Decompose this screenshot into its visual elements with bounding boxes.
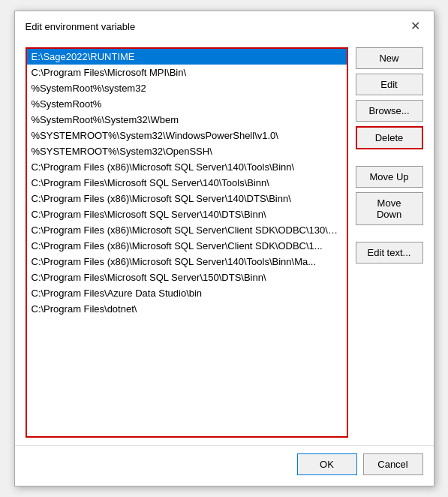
delete-button[interactable]: Delete bbox=[356, 126, 423, 149]
list-item[interactable]: C:\Program Files\Microsoft SQL Server\15… bbox=[27, 270, 347, 285]
close-button[interactable]: ✕ bbox=[407, 19, 423, 34]
list-item[interactable]: C:\Program Files\Microsoft SQL Server\14… bbox=[27, 206, 347, 222]
browse-button[interactable]: Browse... bbox=[356, 100, 423, 122]
env-variable-list[interactable]: E:\Sage2022\RUNTIMEC:\Program Files\Micr… bbox=[26, 47, 348, 438]
list-item[interactable]: C:\Program Files\Microsoft MPI\Bin\ bbox=[27, 65, 347, 80]
list-item[interactable]: %SystemRoot% bbox=[27, 96, 347, 112]
move-up-button[interactable]: Move Up bbox=[356, 166, 423, 188]
new-button[interactable]: New bbox=[356, 47, 423, 69]
list-item[interactable]: C:\Program Files (x86)\Microsoft SQL Ser… bbox=[27, 238, 347, 254]
list-item[interactable]: C:\Program Files (x86)\Microsoft SQL Ser… bbox=[27, 222, 347, 238]
list-item[interactable]: %SYSTEMROOT%\System32\WindowsPowerShell\… bbox=[27, 128, 347, 143]
spacer2 bbox=[356, 230, 423, 237]
edit-env-variable-dialog: Edit environment variable ✕ E:\Sage2022\… bbox=[14, 11, 434, 486]
list-item[interactable]: C:\Program Files\dotnet\ bbox=[27, 301, 347, 317]
list-item[interactable]: C:\Program Files (x86)\Microsoft SQL Ser… bbox=[27, 191, 347, 206]
cancel-button[interactable]: Cancel bbox=[363, 453, 423, 475]
title-bar: Edit environment variable ✕ bbox=[15, 11, 434, 40]
list-item[interactable]: %SYSTEMROOT%\System32\OpenSSH\ bbox=[27, 143, 347, 159]
list-item[interactable]: C:\Program Files\Microsoft SQL Server\14… bbox=[27, 175, 347, 191]
list-item[interactable]: C:\Program Files (x86)\Microsoft SQL Ser… bbox=[27, 254, 347, 270]
list-item[interactable]: E:\Sage2022\RUNTIME bbox=[27, 49, 347, 65]
ok-button[interactable]: OK bbox=[297, 453, 357, 475]
footer: OK Cancel bbox=[15, 445, 434, 486]
edit-text-button[interactable]: Edit text... bbox=[356, 242, 423, 264]
list-item[interactable]: C:\Program Files\Azure Data Studio\bin bbox=[27, 285, 347, 301]
buttons-panel: New Edit Browse... Delete Move Up Move D… bbox=[356, 47, 423, 438]
content-area: E:\Sage2022\RUNTIMEC:\Program Files\Micr… bbox=[15, 40, 434, 445]
spacer bbox=[356, 154, 423, 161]
list-item[interactable]: %SystemRoot%\System32\Wbem bbox=[27, 112, 347, 128]
edit-button[interactable]: Edit bbox=[356, 74, 423, 95]
list-item[interactable]: C:\Program Files (x86)\Microsoft SQL Ser… bbox=[27, 159, 347, 175]
move-down-button[interactable]: Move Down bbox=[356, 192, 423, 225]
dialog-title: Edit environment variable bbox=[26, 21, 136, 32]
list-item[interactable]: %SystemRoot%\system32 bbox=[27, 80, 347, 96]
